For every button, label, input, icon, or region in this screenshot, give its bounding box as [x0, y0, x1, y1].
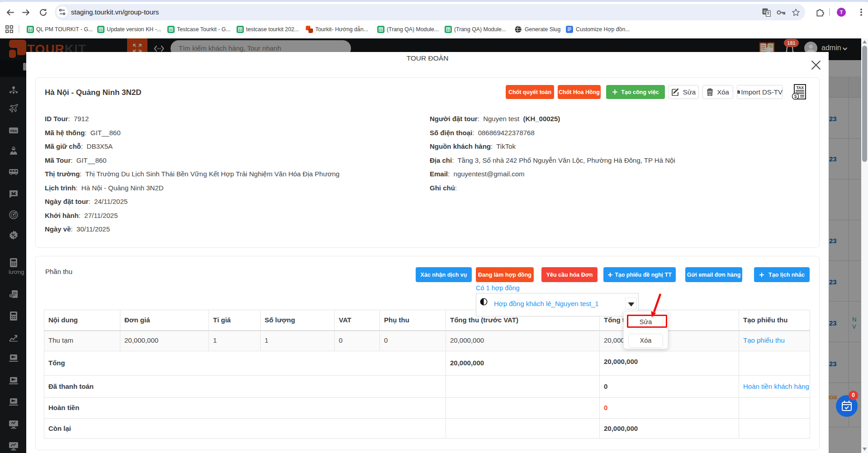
- svg-text:$: $: [794, 94, 797, 99]
- svg-text:TAX: TAX: [797, 85, 804, 90]
